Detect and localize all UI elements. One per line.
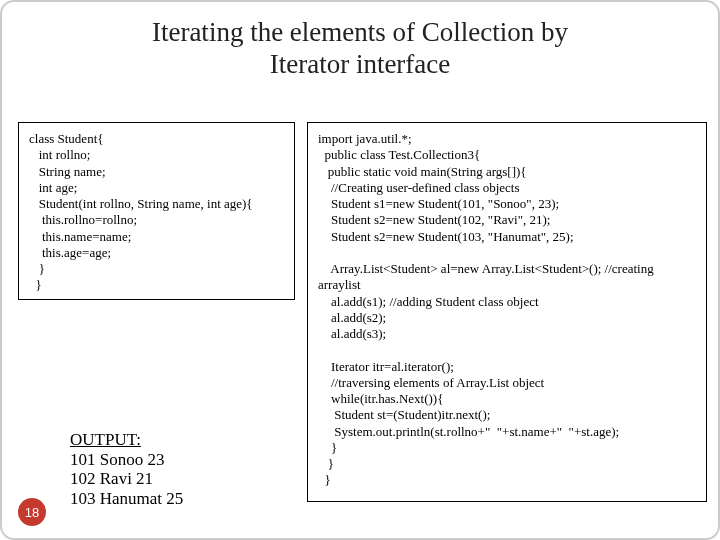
output-line: 103 Hanumat 25 xyxy=(70,489,183,509)
output-line: 101 Sonoo 23 xyxy=(70,450,183,470)
page-number-badge: 18 xyxy=(18,498,46,526)
output-line: 102 Ravi 21 xyxy=(70,469,183,489)
slide-frame: Iterating the elements of Collection byI… xyxy=(0,0,720,540)
output-label: OUTPUT: xyxy=(70,430,183,450)
output-block: OUTPUT: 101 Sonoo 23 102 Ravi 21 103 Han… xyxy=(70,430,183,508)
code-block-right: import java.util.*; public class Test.Co… xyxy=(307,122,707,502)
page-number: 18 xyxy=(25,505,39,520)
code-block-left: class Student{ int rollno; String name; … xyxy=(18,122,295,300)
slide-title: Iterating the elements of Collection byI… xyxy=(2,16,718,81)
